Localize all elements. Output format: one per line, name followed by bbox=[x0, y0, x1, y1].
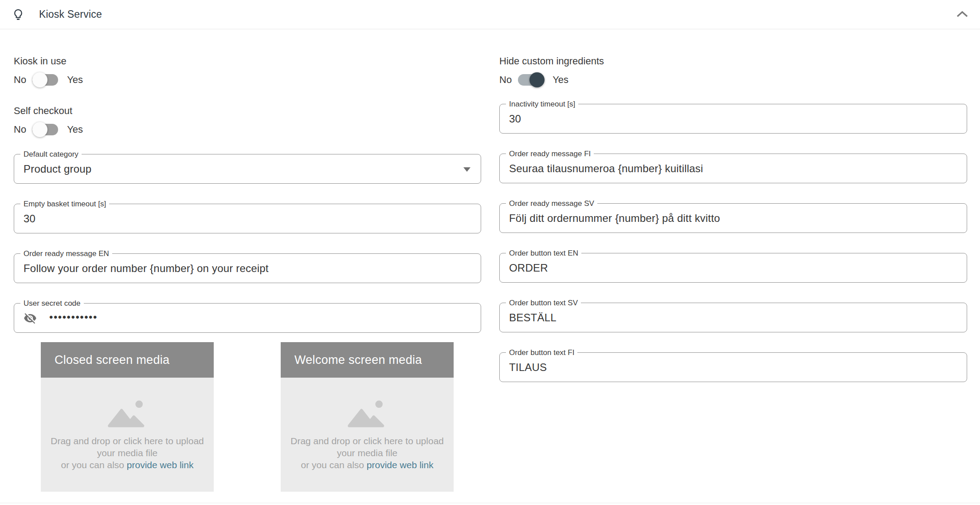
closed-screen-media-dropzone[interactable]: Closed screen media Drag and drop or cli… bbox=[41, 342, 214, 492]
kiosk-in-use-toggle[interactable] bbox=[32, 72, 59, 87]
media-dropzone-body[interactable]: Drag and drop or click here to upload yo… bbox=[41, 378, 214, 492]
field-label: Inactivity timeout [s] bbox=[506, 100, 578, 109]
toggle-visibility-button[interactable] bbox=[23, 311, 37, 325]
order-button-text-sv-input[interactable]: Order button text SV BESTÄLL bbox=[499, 303, 967, 332]
image-placeholder-icon bbox=[107, 398, 148, 429]
field-label: Order ready message EN bbox=[20, 249, 112, 258]
toggle-yes-label: Yes bbox=[67, 124, 83, 135]
field-value: TILAUS bbox=[509, 361, 547, 374]
toggle-knob bbox=[32, 122, 47, 137]
kiosk-in-use-toggle-row: No Yes bbox=[14, 72, 481, 87]
order-button-text-en-input[interactable]: Order button text EN ORDER bbox=[499, 253, 967, 283]
hint-line1: Drag and drop or click here to upload bbox=[51, 436, 204, 446]
hint-line2: your media file bbox=[97, 448, 158, 458]
media-hint-text: Drag and drop or click here to upload yo… bbox=[51, 435, 204, 471]
order-ready-message-en-input[interactable]: Order ready message EN Follow your order… bbox=[14, 253, 481, 283]
hint-line3-prefix: or you can also bbox=[61, 460, 127, 470]
field-label: Default category bbox=[20, 150, 82, 159]
field-label: User secret code bbox=[20, 299, 84, 308]
field-value: ORDER bbox=[509, 262, 548, 274]
media-dropzone-body[interactable]: Drag and drop or click here to upload yo… bbox=[281, 378, 454, 492]
order-button-text-fi-input[interactable]: Order button text FI TILAUS bbox=[499, 352, 967, 382]
field-value: 30 bbox=[509, 113, 521, 125]
toggle-no-label: No bbox=[14, 124, 26, 135]
section-divider bbox=[0, 503, 980, 503]
hide-custom-ingredients-label: Hide custom ingredients bbox=[499, 55, 967, 67]
provide-web-link[interactable]: provide web link bbox=[127, 460, 194, 470]
media-box-title: Closed screen media bbox=[41, 342, 214, 378]
provide-web-link[interactable]: provide web link bbox=[367, 460, 434, 470]
right-column: Hide custom ingredients No Yes Inactivit… bbox=[499, 29, 967, 492]
collapse-section-button[interactable] bbox=[954, 6, 970, 22]
dropdown-arrow-icon bbox=[463, 167, 470, 172]
order-ready-message-sv-input[interactable]: Order ready message SV Följ ditt ordernu… bbox=[499, 203, 967, 233]
field-label: Order button text SV bbox=[506, 299, 581, 308]
media-box-title: Welcome screen media bbox=[281, 342, 454, 378]
user-secret-code-input[interactable]: User secret code ••••••••••• bbox=[14, 303, 481, 333]
hint-line2: your media file bbox=[337, 448, 398, 458]
inactivity-timeout-input[interactable]: Inactivity timeout [s] 30 bbox=[499, 104, 967, 134]
left-column: Kiosk in use No Yes Self checkout No Yes… bbox=[14, 29, 481, 492]
field-label: Empty basket timeout [s] bbox=[20, 200, 109, 209]
field-label: Order ready message SV bbox=[506, 199, 597, 208]
field-value: Seuraa tilausnumeroa {number} kuitillasi bbox=[509, 162, 703, 175]
media-upload-row: Closed screen media Drag and drop or cli… bbox=[41, 342, 481, 492]
toggle-no-label: No bbox=[14, 74, 26, 86]
media-hint-text: Drag and drop or click here to upload yo… bbox=[290, 435, 444, 471]
toggle-knob bbox=[32, 72, 47, 87]
chevron-up-icon bbox=[956, 11, 968, 18]
kiosk-in-use-label: Kiosk in use bbox=[14, 55, 481, 67]
toggle-yes-label: Yes bbox=[67, 74, 83, 86]
toggle-knob bbox=[529, 72, 545, 87]
default-category-select[interactable]: Default category Product group bbox=[14, 154, 481, 184]
lightbulb-icon bbox=[12, 7, 25, 22]
hide-custom-ingredients-toggle[interactable] bbox=[518, 72, 545, 87]
field-label: Order button text FI bbox=[506, 348, 577, 357]
field-value: BESTÄLL bbox=[509, 312, 557, 324]
order-ready-message-fi-input[interactable]: Order ready message FI Seuraa tilausnume… bbox=[499, 154, 967, 183]
self-checkout-label: Self checkout bbox=[14, 105, 481, 117]
visibility-off-icon bbox=[24, 312, 37, 325]
welcome-screen-media-dropzone[interactable]: Welcome screen media Drag and drop or cl… bbox=[281, 342, 454, 492]
image-placeholder-icon bbox=[347, 398, 388, 429]
field-value: Follow your order number {number} on you… bbox=[24, 262, 269, 275]
field-label: Order ready message FI bbox=[506, 150, 594, 158]
hide-custom-ingredients-toggle-row: No Yes bbox=[499, 72, 967, 87]
empty-basket-timeout-input[interactable]: Empty basket timeout [s] 30 bbox=[14, 204, 481, 233]
self-checkout-toggle[interactable] bbox=[32, 122, 59, 137]
selected-value: Product group bbox=[24, 163, 91, 175]
page-title: Kiosk Service bbox=[39, 8, 102, 20]
field-value: Följ ditt ordernummer {number} på ditt k… bbox=[509, 212, 720, 225]
kiosk-service-header: Kiosk Service bbox=[0, 0, 980, 29]
field-value: 30 bbox=[24, 213, 35, 225]
field-label: Order button text EN bbox=[506, 249, 581, 258]
toggle-no-label: No bbox=[499, 74, 512, 86]
hint-line3-prefix: or you can also bbox=[301, 460, 367, 470]
self-checkout-toggle-row: No Yes bbox=[14, 122, 481, 137]
masked-secret-value: ••••••••••• bbox=[49, 311, 98, 324]
hint-line1: Drag and drop or click here to upload bbox=[290, 436, 444, 446]
toggle-yes-label: Yes bbox=[553, 74, 568, 86]
